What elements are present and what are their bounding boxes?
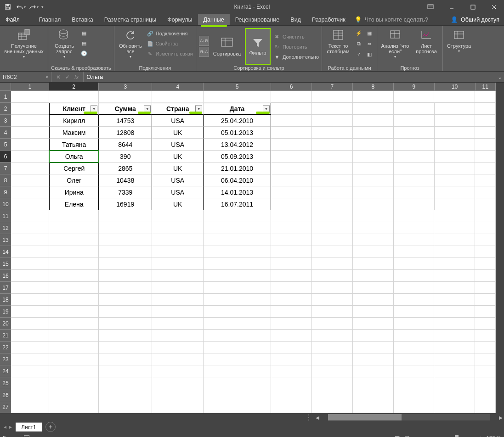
cell[interactable] [475,365,496,377]
cell[interactable] [353,389,394,401]
cell[interactable] [11,115,49,127]
consolidate-button[interactable]: ▦ [365,28,374,38]
cell[interactable] [353,365,394,377]
cell[interactable] [11,330,49,342]
cell[interactable] [353,353,394,365]
cell[interactable] [271,139,312,151]
cell[interactable] [434,389,475,401]
cell[interactable] [11,198,49,210]
scroll-left-button[interactable]: ◂ [314,413,321,422]
sheet-nav-first[interactable]: ◂ [4,424,6,430]
cell[interactable]: UK [152,127,204,139]
cell[interactable] [475,234,496,246]
cell[interactable] [434,210,475,222]
ribbon-options-button[interactable] [420,0,441,13]
cell[interactable]: Татьяна [49,139,99,151]
cell[interactable] [204,222,271,234]
cell[interactable] [11,318,49,330]
flash-fill-button[interactable]: ⚡ [354,28,363,38]
cell[interactable] [11,306,49,318]
cell[interactable] [99,342,152,353]
cell[interactable] [152,377,204,389]
column-header[interactable]: 4 [152,83,204,90]
zoom-out-button[interactable]: − [424,435,427,437]
cell[interactable]: USA [152,115,204,127]
recent-sources-button[interactable]: 🕓 [80,49,88,58]
cell[interactable] [434,342,475,353]
tab-file[interactable]: Файл [0,14,25,25]
cell[interactable] [435,151,476,162]
cell[interactable] [475,258,496,270]
view-normal-button[interactable]: ▦ [395,435,400,437]
sheet-tab-1[interactable]: Лист1 [16,422,42,431]
cell[interactable] [394,389,435,401]
cell[interactable] [312,270,353,282]
cell[interactable] [353,330,394,342]
row-header[interactable]: 16 [0,270,11,282]
expand-formula-bar[interactable]: ⌄ [496,72,504,82]
cell[interactable] [394,198,435,210]
column-header[interactable]: 9 [394,83,435,90]
cell[interactable] [271,162,312,174]
cell[interactable] [99,282,152,294]
clear-filter-button[interactable]: ✖Очистить [273,32,319,41]
cell[interactable] [99,401,152,413]
cell[interactable]: 16919 [99,198,152,210]
cell[interactable] [312,151,353,162]
cell[interactable] [11,162,49,174]
tab-view[interactable]: Вид [285,14,306,25]
cell[interactable] [11,258,49,270]
cell[interactable] [394,246,435,258]
cell[interactable] [271,401,312,413]
cell[interactable]: 25.04.2010 [204,115,271,127]
cell[interactable] [49,282,99,294]
cell[interactable] [353,270,394,282]
cell[interactable] [353,318,394,330]
cell[interactable] [475,294,496,306]
cell[interactable] [204,342,271,353]
column-header[interactable]: 3 [99,83,152,90]
cell[interactable] [394,365,435,377]
sort-button[interactable]: Сортировка [212,35,242,56]
cell[interactable] [312,234,353,246]
zoom-in-button[interactable]: ＋ [478,435,483,437]
cell[interactable] [434,401,475,413]
cell[interactable] [475,222,496,234]
cell[interactable] [435,103,476,115]
from-table-button[interactable]: ▤ [80,39,88,48]
row-header[interactable]: 5 [0,139,11,151]
cell[interactable] [99,318,152,330]
add-sheet-button[interactable]: ＋ [45,422,56,432]
cell[interactable] [394,210,435,222]
cell[interactable] [312,222,353,234]
cell[interactable] [271,186,312,198]
cell[interactable]: 05.09.2013 [204,151,271,162]
cell[interactable] [11,174,49,186]
view-page-layout-button[interactable]: ▤ [404,435,409,437]
tab-insert[interactable]: Вставка [66,14,98,25]
cell[interactable]: 2865 [99,162,152,174]
cell[interactable] [353,222,394,234]
cell[interactable] [204,377,271,389]
cell[interactable] [394,401,435,413]
cell[interactable] [11,127,49,139]
column-header[interactable]: 8 [353,83,394,90]
row-header[interactable]: 8 [0,174,11,186]
cell[interactable] [271,103,312,115]
tab-formulas[interactable]: Формулы [162,14,198,25]
cell[interactable] [49,294,99,306]
cell[interactable] [394,139,435,151]
filter-button[interactable]: Фильтр [246,29,270,64]
cell[interactable] [312,306,353,318]
cell[interactable] [271,306,312,318]
horizontal-scrollbar[interactable] [328,414,490,420]
cell[interactable] [271,318,312,330]
cell[interactable] [11,353,49,365]
row-header[interactable]: 4 [0,127,11,139]
cell[interactable] [312,258,353,270]
cell[interactable] [475,174,496,186]
cell[interactable] [99,389,152,401]
cell[interactable] [353,198,394,210]
cell[interactable] [353,151,394,162]
row-header[interactable]: 19 [0,306,11,318]
